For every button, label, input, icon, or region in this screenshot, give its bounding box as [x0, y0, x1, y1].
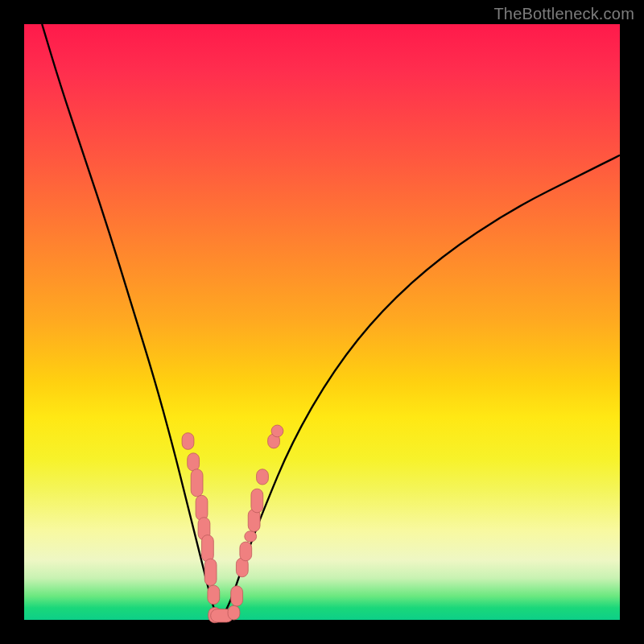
- marker-point: [245, 531, 257, 542]
- right-curve: [220, 155, 620, 620]
- left-curve: [42, 24, 220, 620]
- marker-point: [202, 535, 214, 562]
- marker-point: [182, 433, 194, 450]
- marker-point: [271, 425, 283, 437]
- marker-group: [182, 425, 283, 623]
- marker-point: [204, 559, 217, 585]
- chart-svg: [24, 24, 620, 620]
- marker-point: [228, 605, 240, 620]
- marker-point: [191, 469, 203, 497]
- chart-frame: TheBottleneck.com: [0, 0, 644, 644]
- marker-point: [196, 495, 208, 520]
- marker-point: [231, 586, 243, 606]
- marker-point: [257, 469, 269, 485]
- marker-point: [240, 542, 252, 561]
- marker-point: [251, 489, 263, 513]
- watermark-label: TheBottleneck.com: [493, 5, 634, 23]
- marker-point: [208, 585, 220, 605]
- marker-point: [188, 453, 200, 471]
- plot-area: [24, 24, 620, 620]
